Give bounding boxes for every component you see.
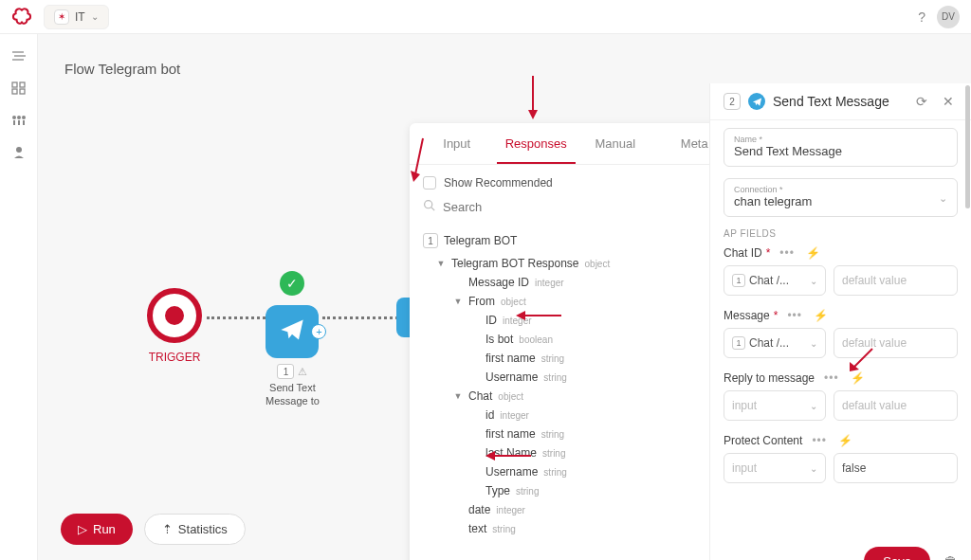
tree-key[interactable]: Username bbox=[486, 370, 538, 384]
tree-key[interactable]: first name bbox=[486, 352, 536, 365]
field-mini-label: Name * bbox=[734, 135, 947, 144]
nav-user-icon[interactable] bbox=[10, 146, 27, 159]
svg-point-7 bbox=[12, 116, 16, 119]
svg-line-15 bbox=[431, 208, 434, 210]
tree-type: integer bbox=[535, 278, 564, 288]
more-icon[interactable]: ••• bbox=[812, 434, 827, 447]
svg-rect-4 bbox=[20, 82, 25, 87]
more-icon[interactable]: ••• bbox=[824, 371, 839, 385]
node-caption: Send TextMessage to bbox=[266, 381, 320, 408]
svg-point-9 bbox=[22, 116, 26, 119]
send-message-node[interactable]: ✓ + 1⚠ Send TextMessage to bbox=[266, 271, 320, 408]
app-logo[interactable] bbox=[11, 7, 32, 27]
close-icon[interactable]: ✕ bbox=[939, 94, 958, 109]
tab-responses[interactable]: Responses bbox=[497, 123, 577, 164]
user-avatar[interactable]: DV bbox=[937, 6, 960, 28]
tree-toggle-icon[interactable]: ▼ bbox=[436, 259, 446, 268]
tree-key[interactable]: last Name bbox=[486, 446, 537, 460]
show-recommended-checkbox[interactable] bbox=[423, 176, 436, 190]
protect-default-input[interactable]: false bbox=[834, 453, 958, 483]
tree-toggle-icon[interactable]: ▼ bbox=[453, 297, 463, 306]
refresh-icon[interactable]: ⟳ bbox=[912, 94, 931, 109]
scrollbar[interactable] bbox=[965, 83, 971, 560]
reply-default-input[interactable]: default value bbox=[834, 390, 958, 421]
statistics-label: Statistics bbox=[178, 522, 228, 536]
tree-root-label[interactable]: Telegram BOT bbox=[444, 234, 517, 247]
delete-icon[interactable]: 🗑 bbox=[944, 553, 958, 560]
run-button[interactable]: ▷ Run bbox=[61, 514, 133, 545]
name-field[interactable]: Name * Send Text Message bbox=[724, 128, 958, 167]
trigger-node[interactable]: TRIGGER bbox=[147, 288, 202, 364]
nav-team-icon[interactable] bbox=[10, 114, 27, 127]
workspace-selector[interactable]: ✶ IT ⌄ bbox=[44, 5, 109, 29]
bolt-icon[interactable]: ⚡ bbox=[814, 309, 828, 322]
bolt-icon[interactable]: ⚡ bbox=[851, 371, 865, 385]
tab-input[interactable]: Input bbox=[417, 123, 497, 164]
tree-type: string bbox=[542, 448, 565, 459]
tree-type: string bbox=[541, 353, 564, 364]
workspace-icon: ✶ bbox=[54, 9, 69, 25]
more-icon[interactable]: ••• bbox=[787, 309, 802, 322]
chatid-source-select[interactable]: 1Chat /...⌄ bbox=[724, 265, 826, 296]
tree-type: integer bbox=[503, 316, 532, 326]
protect-source-select[interactable]: input⌄ bbox=[724, 453, 826, 483]
bolt-icon[interactable]: ⚡ bbox=[806, 246, 820, 260]
tree-type: string bbox=[516, 486, 539, 497]
nav-apps-icon[interactable] bbox=[10, 81, 27, 95]
tree-node-index: 1 bbox=[423, 233, 438, 248]
edge: ▸ bbox=[207, 316, 266, 319]
search-input[interactable] bbox=[443, 200, 728, 214]
connection-field[interactable]: Connection * chan telegram ⌄ bbox=[724, 178, 958, 217]
tree-key[interactable]: Telegram BOT Response bbox=[451, 257, 579, 270]
svg-rect-11 bbox=[18, 120, 20, 125]
tree-key[interactable]: ID bbox=[486, 314, 497, 327]
play-icon: ▷ bbox=[78, 522, 87, 536]
flow-title: Flow Telegram bot bbox=[64, 61, 180, 77]
tree-key[interactable]: From bbox=[468, 295, 495, 308]
bolt-icon[interactable]: ⚡ bbox=[838, 434, 852, 447]
tree-key[interactable]: date bbox=[468, 503, 490, 516]
tree-key[interactable]: Type bbox=[486, 484, 510, 497]
tree-key[interactable]: Username bbox=[486, 465, 538, 479]
field-label: Protect Content bbox=[724, 434, 802, 447]
save-button[interactable]: Save bbox=[864, 547, 930, 560]
tree-key[interactable]: first name bbox=[486, 427, 536, 441]
message-source-select[interactable]: 1Chat /...⌄ bbox=[724, 328, 826, 358]
show-recommended-label: Show Recommended bbox=[444, 176, 553, 190]
tab-manual[interactable]: Manual bbox=[576, 123, 655, 164]
tree-key[interactable]: Is bot bbox=[486, 333, 513, 346]
more-icon[interactable]: ••• bbox=[779, 246, 795, 260]
tree-toggle-icon[interactable]: ▼ bbox=[453, 391, 463, 401]
field-value: Send Text Message bbox=[734, 144, 947, 158]
svg-point-8 bbox=[17, 116, 21, 119]
section-label: AP FIELDS bbox=[724, 228, 958, 239]
data-picker-panel: Input Responses Manual Meta Show Recomme… bbox=[410, 123, 742, 560]
svg-rect-12 bbox=[23, 120, 25, 125]
workspace-label: IT bbox=[75, 10, 85, 24]
tree-key[interactable]: Message ID bbox=[468, 276, 529, 289]
search-icon bbox=[423, 199, 435, 214]
tree-key[interactable]: id bbox=[486, 408, 494, 422]
field-value: chan telegram bbox=[734, 194, 947, 208]
check-icon: ✓ bbox=[280, 271, 304, 296]
tree-type: integer bbox=[500, 410, 529, 421]
svg-rect-10 bbox=[13, 120, 15, 125]
reply-source-select[interactable]: input⌄ bbox=[724, 390, 826, 421]
panel-title: Send Text Message bbox=[773, 94, 905, 109]
add-node-button[interactable]: + bbox=[311, 324, 326, 339]
svg-point-13 bbox=[16, 147, 22, 153]
svg-rect-5 bbox=[12, 89, 17, 94]
chatid-default-input[interactable]: default value bbox=[834, 265, 958, 296]
tree-type: integer bbox=[496, 505, 525, 515]
field-label: Reply to message bbox=[724, 371, 815, 385]
help-icon[interactable]: ? bbox=[918, 9, 925, 25]
message-default-input[interactable]: default value bbox=[834, 328, 958, 358]
tree-type: object bbox=[585, 259, 611, 269]
field-label: Chat ID bbox=[724, 246, 762, 260]
tree-type: string bbox=[543, 467, 566, 478]
tree-type: object bbox=[498, 391, 523, 402]
statistics-button[interactable]: ⇡ Statistics bbox=[144, 514, 246, 545]
nav-flows-icon[interactable] bbox=[10, 49, 27, 63]
tree-key[interactable]: text bbox=[468, 522, 486, 535]
tree-key[interactable]: Chat bbox=[468, 389, 492, 403]
